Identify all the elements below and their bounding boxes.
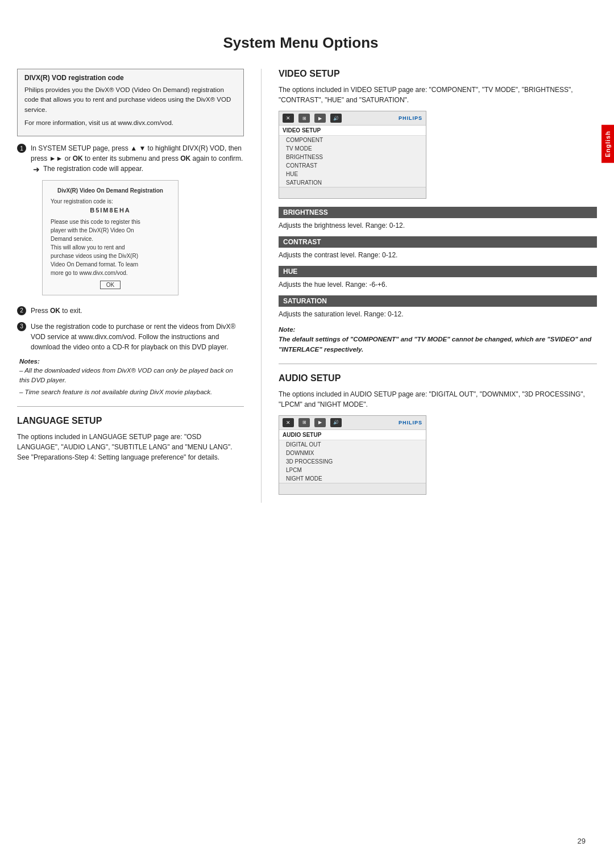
step-1-text: In SYSTEM SETUP page, press ▲ ▼ to highl…	[31, 144, 243, 162]
audio-ui-item-digitalout: DIGITAL OUT	[279, 440, 426, 449]
left-column: DIVX(R) VOD registration code Philips pr…	[17, 69, 262, 503]
note-text: The default settings of "COMPONENT" and …	[279, 336, 591, 352]
ui-icon-speaker: 🔊	[330, 114, 342, 123]
audio-ui-item-downmix: DOWNMIX	[279, 449, 426, 457]
ui-icon-x: ✕	[283, 114, 294, 123]
audio-ui-topbar: ✕ ⊞ ▶ 🔊 PHILIPS	[279, 416, 426, 430]
reg-code-line3: Demand service.	[51, 235, 170, 243]
audio-ui-philips: PHILIPS	[399, 420, 422, 425]
language-tab: English	[601, 125, 614, 163]
video-setup-heading: Video Setup	[279, 69, 597, 79]
language-setup-section: Language Setup The options included in L…	[17, 416, 244, 462]
contrast-heading: Contrast	[279, 236, 597, 248]
reg-code-line2: player with the DivX(R) Video On	[51, 226, 170, 235]
video-setup-section: Video Setup The options included in VIDE…	[279, 69, 597, 199]
saturation-heading: Saturation	[279, 295, 597, 307]
audio-ui-item-nightmode: NIGHT MODE	[279, 474, 426, 483]
reg-code-title: DivX(R) Video On Demand Registration	[51, 186, 170, 195]
video-setup-ui-title: VIDEO SETUP	[279, 126, 426, 136]
audio-ui-icon-film: ▶	[314, 418, 326, 427]
video-note-block: Note: The default settings of "COMPONENT…	[279, 325, 597, 354]
reg-code-label: Your registration code is:	[51, 197, 170, 206]
ui-item-contrast: CONTRAST	[279, 161, 426, 170]
audio-setup-ui-title: AUDIO SETUP	[279, 430, 426, 440]
ui-item-hue: HUE	[279, 170, 426, 178]
video-setup-ui: ✕ ⊞ ▶ 🔊 PHILIPS VIDEO SETUP COMPONENT TV…	[279, 111, 426, 199]
right-column: Video Setup The options included in VIDE…	[262, 69, 597, 503]
reg-code-value: B5IM8EHA	[51, 206, 170, 215]
reg-code-box: DivX(R) Video On Demand Registration You…	[42, 180, 179, 295]
reg-code-ok: OK	[51, 281, 170, 289]
video-setup-body: The options included in VIDEO SETUP page…	[279, 85, 597, 105]
ui-topbar: ✕ ⊞ ▶ 🔊 PHILIPS	[279, 111, 426, 126]
step-2: 2 Press OK to exit.	[17, 306, 244, 316]
hue-body: Adjusts the hue level. Range: -6-+6.	[279, 279, 597, 290]
note-line2: – Time search feature is not available d…	[19, 387, 244, 397]
arrow-note: ➜ The registration code will appear.	[33, 164, 244, 176]
contrast-section: Contrast Adjusts the contrast level. Ran…	[279, 236, 597, 260]
notes-label: Notes:	[19, 358, 244, 365]
section-separator-2	[279, 364, 597, 364]
note-label: Note:	[279, 326, 295, 333]
two-column-layout: DIVX(R) VOD registration code Philips pr…	[0, 69, 614, 503]
reg-code-line4: This will allow you to rent and	[51, 243, 170, 252]
step-2-content: Press OK to exit.	[31, 306, 244, 316]
audio-ui-icon-speaker: 🔊	[330, 418, 342, 427]
audio-ui-icon-grid: ⊞	[298, 418, 310, 427]
reg-code-line5: purchase videos using the DivX(R)	[51, 252, 170, 260]
step-2-num: 2	[17, 306, 26, 315]
divx-para1: Philips provides you the DivX® VOD (Vide…	[24, 85, 237, 115]
ui-item-component: COMPONENT	[279, 136, 426, 144]
ui-philips-logo: PHILIPS	[399, 115, 422, 121]
page-number: 29	[578, 837, 586, 845]
audio-ui-item-3dprocessing: 3D PROCESSING	[279, 457, 426, 466]
step-1-content: In SYSTEM SETUP page, press ▲ ▼ to highl…	[31, 143, 244, 300]
audio-setup-heading: Audio Setup	[279, 373, 597, 383]
page-title: System Menu Options	[0, 34, 614, 52]
notes-section: Notes: – All the downloaded videos from …	[19, 358, 244, 398]
step-1: 1 In SYSTEM SETUP page, press ▲ ▼ to hig…	[17, 143, 244, 300]
ui-item-saturation: SATURATION	[279, 178, 426, 187]
reg-code-line6: Video On Demand format. To learn	[51, 260, 170, 269]
divx-box-title: DIVX(R) VOD registration code	[24, 74, 237, 82]
step-3-content: Use the registration code to purchase or…	[31, 322, 244, 352]
audio-ui-item-lpcm: LPCM	[279, 466, 426, 474]
language-setup-body: The options included in LANGUAGE SETUP p…	[17, 432, 244, 462]
page-container: English System Menu Options DIVX(R) VOD …	[0, 0, 614, 868]
reg-code-line7: more go to www.divx.com/vod.	[51, 269, 170, 277]
audio-setup-section: Audio Setup The options included in AUDI…	[279, 373, 597, 495]
ui-icon-film: ▶	[314, 114, 326, 123]
brightness-section: Brightness Adjusts the brightness level.…	[279, 207, 597, 231]
hue-heading: Hue	[279, 266, 597, 277]
language-setup-heading: Language Setup	[17, 416, 244, 426]
note-line1: – All the downloaded videos from DivX® V…	[19, 366, 244, 386]
contrast-body: Adjusts the contrast level. Range: 0-12.	[279, 250, 597, 260]
saturation-body: Adjusts the saturation level. Range: 0-1…	[279, 309, 597, 319]
step-3: 3 Use the registration code to purchase …	[17, 322, 244, 352]
divx-para2: For more information, visit us at www.di…	[24, 118, 237, 128]
ui-icon-grid: ⊞	[298, 114, 310, 123]
saturation-section: Saturation Adjusts the saturation level.…	[279, 295, 597, 319]
step-1-num: 1	[17, 144, 26, 153]
divx-box: DIVX(R) VOD registration code Philips pr…	[17, 69, 244, 136]
ui-item-brightness: BRIGHTNESS	[279, 153, 426, 161]
brightness-body: Adjusts the brightness level. Range: 0-1…	[279, 220, 597, 231]
section-separator-1	[17, 406, 244, 407]
audio-setup-ui: ✕ ⊞ ▶ 🔊 PHILIPS AUDIO SETUP DIGITAL OUT …	[279, 415, 426, 495]
ui-footer	[279, 187, 426, 198]
audio-ui-icon-x: ✕	[283, 418, 294, 427]
step-3-num: 3	[17, 322, 26, 331]
audio-ui-footer	[279, 483, 426, 494]
brightness-heading: Brightness	[279, 207, 597, 218]
audio-setup-body: The options included in AUDIO SETUP page…	[279, 389, 597, 410]
ui-item-tvmode: TV MODE	[279, 144, 426, 153]
hue-section: Hue Adjusts the hue level. Range: -6-+6.	[279, 266, 597, 290]
reg-code-line1: Please use this code to register this	[51, 218, 170, 226]
arrow-symbol: ➜	[33, 164, 40, 176]
arrow-note-text: The registration code will appear.	[43, 164, 143, 176]
